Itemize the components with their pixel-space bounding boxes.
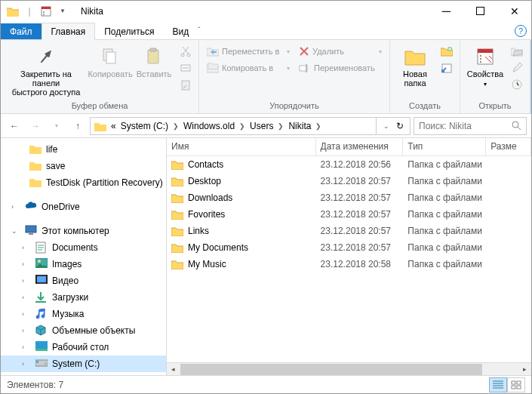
back-button[interactable]: ← <box>5 117 23 135</box>
help-icon[interactable]: ? <box>515 25 527 37</box>
chevron-right-icon[interactable]: › <box>22 310 31 318</box>
scroll-thumb[interactable] <box>180 364 482 375</box>
crumb-back[interactable]: « <box>109 121 118 131</box>
chevron-right-icon[interactable]: › <box>22 327 31 334</box>
new-item-button[interactable] <box>438 43 455 60</box>
crumb-nikita[interactable]: Nikita <box>286 121 313 131</box>
table-row[interactable]: My Documents23.12.2018 20:57Папка с файл… <box>167 239 531 256</box>
tree-onedrive[interactable]: ›OneDrive <box>1 199 166 215</box>
table-row[interactable]: Fovorites23.12.2018 20:57Папка с файлами <box>167 206 531 223</box>
tree-documents[interactable]: ›Documents <box>1 239 166 256</box>
chevron-right-icon[interactable]: › <box>22 360 31 368</box>
chevron-right-icon[interactable]: › <box>11 203 20 211</box>
tree-label: TestDisk (Partition Recovery) <box>46 177 163 188</box>
up-button[interactable]: ↑ <box>69 117 87 135</box>
cut-button[interactable] <box>177 43 194 60</box>
easy-access-button[interactable] <box>438 60 455 76</box>
file-name: My Documents <box>188 242 248 253</box>
svg-rect-4 <box>477 8 484 15</box>
file-rows[interactable]: Contacts23.12.2018 20:56Папка с файламиD… <box>167 156 531 362</box>
tree-thispc[interactable]: ⌄Этот компьютер <box>1 223 166 239</box>
crumb-system[interactable]: System (C:) <box>118 121 171 131</box>
file-name: Fovorites <box>188 209 225 220</box>
table-row[interactable]: Downloads23.12.2018 20:57Папка с файлами <box>167 189 531 206</box>
paste-button[interactable]: Вставить <box>134 43 174 81</box>
history-button[interactable] <box>509 76 525 93</box>
ribbon-collapse-icon[interactable]: ˇ <box>198 26 200 35</box>
tree-music[interactable]: ›Музыка <box>1 306 166 322</box>
move-to-button[interactable]: Переместить в▾ <box>204 43 293 60</box>
scroll-left-icon[interactable]: ◂ <box>167 363 180 376</box>
maximize-button[interactable] <box>463 1 497 22</box>
search-input[interactable]: Поиск: Nikita <box>414 117 527 135</box>
tree-save[interactable]: save <box>1 158 166 174</box>
table-row[interactable]: My Music23.12.2018 20:58Папка с файлами <box>167 256 531 272</box>
chevron-right-icon[interactable]: ❯ <box>171 122 181 130</box>
chevron-right-icon[interactable]: › <box>22 260 31 268</box>
chevron-right-icon[interactable]: ❯ <box>313 122 324 130</box>
open-button[interactable] <box>509 43 525 60</box>
details-view-button[interactable] <box>489 377 507 392</box>
scroll-right-icon[interactable]: ▸ <box>518 363 531 376</box>
edit-button[interactable] <box>509 60 525 76</box>
recent-dropdown[interactable]: ▾ <box>48 117 66 135</box>
tab-view[interactable]: Вид <box>163 23 198 39</box>
col-date[interactable]: Дата изменения <box>316 138 404 155</box>
chevron-right-icon[interactable]: ❯ <box>237 122 248 130</box>
tree-3dobjects[interactable]: ›Объемные объекты <box>1 322 166 339</box>
tree-systemc[interactable]: ›System (C:) <box>1 356 166 372</box>
close-button[interactable]: ✕ <box>497 1 531 22</box>
crumb-users[interactable]: Users <box>248 121 275 131</box>
new-folder-label: Новая папка <box>403 69 427 88</box>
crumb-windowsold[interactable]: Windows.old <box>181 121 237 131</box>
chevron-right-icon[interactable]: › <box>22 343 31 351</box>
tab-share[interactable]: Поделиться <box>95 23 163 39</box>
rename-button[interactable]: Переименовать <box>296 60 385 76</box>
tree-images[interactable]: ›Images <box>1 256 166 272</box>
tree-life[interactable]: life <box>1 141 166 158</box>
table-row[interactable]: Links23.12.2018 20:57Папка с файлами <box>167 223 531 239</box>
col-type[interactable]: Тип <box>403 138 486 155</box>
tree-desktop[interactable]: ›Рабочий стол <box>1 339 166 356</box>
file-name: My Music <box>188 259 226 269</box>
properties-button[interactable]: Свойства▾ <box>465 43 506 91</box>
copy-button[interactable]: Копировать <box>90 43 131 81</box>
move-to-label: Переместить в <box>222 47 279 56</box>
paste-shortcut-button[interactable] <box>177 76 194 93</box>
chevron-right-icon[interactable]: › <box>22 244 31 251</box>
video-icon <box>35 275 48 287</box>
tab-file[interactable]: Файл <box>1 23 42 39</box>
delete-button[interactable]: Удалить▾ <box>296 43 385 60</box>
table-row[interactable]: Desktop23.12.2018 20:57Папка с файлами <box>167 173 531 189</box>
col-name[interactable]: Имя <box>167 138 316 155</box>
file-list: Имя Дата изменения Тип Разме Contacts23.… <box>167 138 531 375</box>
group-clipboard: Закрепить на панели быстрого доступа Коп… <box>1 40 199 113</box>
horizontal-scrollbar[interactable]: ◂ ▸ <box>167 362 531 375</box>
breadcrumb[interactable]: « System (C:)❯ Windows.old❯ Users❯ Nikit… <box>90 117 411 135</box>
table-row[interactable]: Contacts23.12.2018 20:56Папка с файлами <box>167 156 531 173</box>
copy-to-button[interactable]: Копировать в▾ <box>204 60 293 76</box>
tree-downloads[interactable]: ›Загрузки <box>1 289 166 306</box>
chevron-down-icon[interactable]: ⌄ <box>11 227 20 235</box>
new-folder-button[interactable]: Новая папка <box>395 43 435 90</box>
tree-video[interactable]: ›Видео <box>1 272 166 289</box>
chevron-right-icon[interactable]: › <box>22 294 31 301</box>
svg-rect-35 <box>35 275 37 284</box>
minimize-button[interactable]: ─ <box>429 1 463 22</box>
icons-view-button[interactable] <box>507 377 525 392</box>
tab-home[interactable]: Главная <box>42 23 96 40</box>
pin-quick-access-button[interactable]: Закрепить на панели быстрого доступа <box>5 43 87 99</box>
chevron-right-icon[interactable]: ❯ <box>275 122 286 130</box>
col-size[interactable]: Разме <box>486 138 531 155</box>
copy-path-button[interactable] <box>177 60 194 76</box>
crumb-dropdown-icon[interactable]: ⌄ <box>381 122 392 130</box>
qat-dropdown-icon[interactable]: ▼ <box>55 4 70 19</box>
refresh-icon[interactable]: ↻ <box>396 121 404 131</box>
objects3d-icon <box>35 325 48 337</box>
chevron-right-icon[interactable]: › <box>22 277 31 285</box>
tree-testdisk[interactable]: TestDisk (Partition Recovery) <box>1 174 166 191</box>
nav-tree[interactable]: life save TestDisk (Partition Recovery) … <box>1 138 167 375</box>
properties-icon[interactable] <box>38 4 54 19</box>
rename-label: Переименовать <box>314 63 375 72</box>
forward-button[interactable]: → <box>26 117 45 135</box>
